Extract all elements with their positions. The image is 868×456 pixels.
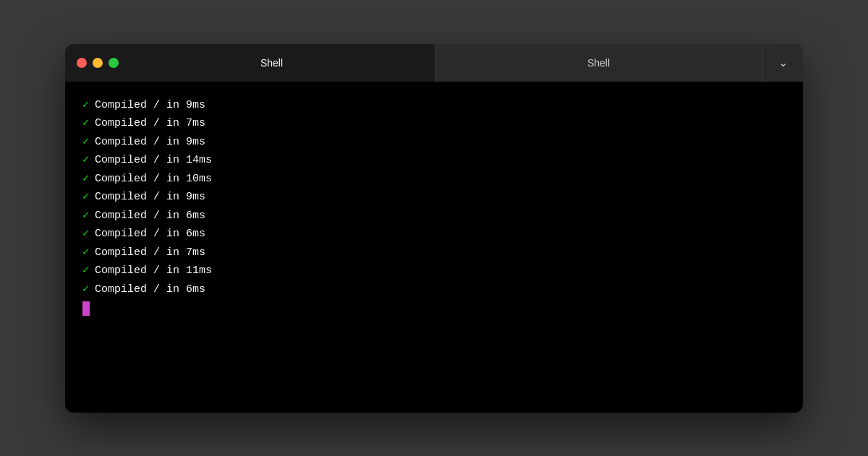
log-text: Compiled / in 7ms xyxy=(95,114,205,133)
checkmark-icon: ✓ xyxy=(82,151,89,170)
log-text: Compiled / in 9ms xyxy=(95,188,205,207)
checkmark-icon: ✓ xyxy=(82,114,89,133)
checkmark-icon: ✓ xyxy=(82,244,89,262)
log-text: Compiled / in 9ms xyxy=(95,96,205,115)
terminal-window: Shell Shell ⌄ ✓Compiled / in 9ms✓Compile… xyxy=(65,44,803,413)
checkmark-icon: ✓ xyxy=(82,262,89,280)
tab-bar: Shell Shell xyxy=(65,44,762,82)
log-lines: ✓Compiled / in 9ms✓Compiled / in 7ms✓Com… xyxy=(82,96,786,299)
maximize-button[interactable] xyxy=(109,58,119,68)
tab-shell-1-label: Shell xyxy=(260,57,283,69)
checkmark-icon: ✓ xyxy=(82,207,89,225)
log-text: Compiled / in 6ms xyxy=(95,280,205,299)
checkmark-icon: ✓ xyxy=(82,188,89,207)
log-line: ✓Compiled / in 10ms xyxy=(82,170,786,189)
tab-shell-1[interactable]: Shell xyxy=(65,44,435,82)
checkmark-icon: ✓ xyxy=(82,170,89,189)
log-line: ✓Compiled / in 7ms xyxy=(82,244,786,262)
tab-shell-2[interactable]: Shell xyxy=(435,44,762,82)
log-line: ✓Compiled / in 6ms xyxy=(82,207,786,225)
log-line: ✓Compiled / in 6ms xyxy=(82,280,786,299)
checkmark-icon: ✓ xyxy=(82,133,89,152)
log-line: ✓Compiled / in 9ms xyxy=(82,96,786,115)
checkmark-icon: ✓ xyxy=(82,280,89,299)
log-text: Compiled / in 7ms xyxy=(95,244,205,262)
log-text: Compiled / in 11ms xyxy=(95,262,212,280)
tab-shell-2-label: Shell xyxy=(587,57,610,69)
traffic-lights xyxy=(65,58,119,68)
close-button[interactable] xyxy=(77,58,87,68)
log-text: Compiled / in 14ms xyxy=(95,151,212,170)
log-line: ✓Compiled / in 7ms xyxy=(82,114,786,133)
log-line: ✓Compiled / in 9ms xyxy=(82,188,786,207)
log-text: Compiled / in 6ms xyxy=(95,225,205,244)
title-bar: Shell Shell ⌄ xyxy=(65,44,803,82)
log-line: ✓Compiled / in 11ms xyxy=(82,262,786,280)
terminal-cursor xyxy=(82,301,90,316)
terminal-body[interactable]: ✓Compiled / in 9ms✓Compiled / in 7ms✓Com… xyxy=(65,82,803,413)
checkmark-icon: ✓ xyxy=(82,225,89,244)
checkmark-icon: ✓ xyxy=(82,96,89,115)
chevron-down-icon: ⌄ xyxy=(778,56,788,69)
log-line: ✓Compiled / in 14ms xyxy=(82,151,786,170)
tab-dropdown-button[interactable]: ⌄ xyxy=(762,56,803,69)
log-text: Compiled / in 9ms xyxy=(95,133,205,152)
log-text: Compiled / in 6ms xyxy=(95,207,205,225)
log-line: ✓Compiled / in 9ms xyxy=(82,133,786,152)
log-text: Compiled / in 10ms xyxy=(95,170,212,189)
log-line: ✓Compiled / in 6ms xyxy=(82,225,786,244)
minimize-button[interactable] xyxy=(93,58,103,68)
